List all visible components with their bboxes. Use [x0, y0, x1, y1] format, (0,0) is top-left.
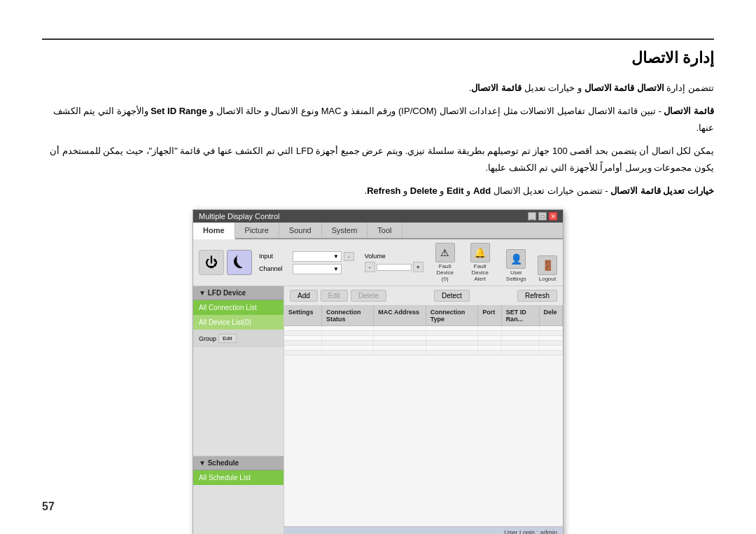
group-list-area [193, 347, 284, 452]
all-device-list-item[interactable]: All Device List(0) [193, 315, 284, 330]
page-number: 57 [42, 500, 55, 513]
th-settings: Settings [284, 306, 322, 325]
th-port: Port [478, 306, 501, 325]
app-window: Multiple Display Control _ □ ✕ Home Pict… [192, 209, 564, 534]
td-connection-status [322, 326, 374, 330]
toolbar-icon-group: ⚠ Fault Device(0) 🔔 Fault DeviceAlert 👤 … [430, 243, 557, 282]
user-login-text: User Login : admin [504, 529, 557, 534]
schedule-section-header[interactable]: ▼ Schedule [193, 456, 284, 470]
connection-list-text: قائمة الاتصال - تبين قائمة الاتصال تفاصي… [42, 103, 714, 136]
schedule-section: ▼ Schedule All Schedule List [193, 456, 284, 485]
table-row [284, 346, 563, 351]
top-border [42, 38, 714, 40]
fault-device-label: Fault Device(0) [430, 263, 460, 282]
volume-bar [377, 264, 412, 271]
input-select[interactable]: ▼ [293, 251, 342, 262]
table-row [284, 351, 563, 356]
input-label: Input [259, 253, 290, 260]
tab-sound[interactable]: Sound [279, 223, 322, 238]
close-button[interactable]: ✕ [549, 212, 557, 220]
tab-tool[interactable]: Tool [368, 223, 402, 238]
table-header: Settings Connection Status MAC Address C… [284, 306, 563, 326]
connection-list-label: All Connection List [199, 304, 257, 311]
volume-down-button[interactable]: - [365, 262, 375, 272]
content-area: إدارة الاتصال تتضمن إدارة الاتصال قائمة … [42, 49, 714, 534]
td-settings [284, 326, 322, 330]
td-delete [540, 326, 563, 330]
group-row: Group Edit [199, 332, 278, 344]
schedule-label: ▼ Schedule [199, 459, 239, 467]
nav-tabs: Home Picture Sound System Tool [193, 223, 563, 239]
user-settings-icon: 👤 [506, 249, 526, 269]
detect-button[interactable]: Detect [434, 290, 470, 302]
tab-home[interactable]: Home [193, 223, 235, 239]
toolbar-media-buttons: ⏻ ⏾ [199, 250, 252, 275]
group-edit-button[interactable]: Edit [218, 334, 237, 343]
paragraph2: يمكن لكل اتصال أن يتضمن بحد أقصى 100 جها… [42, 143, 714, 176]
table-row [284, 331, 563, 336]
main-area: ▼ LFD Device All Connection List All Dev… [193, 286, 563, 534]
toolbar-selects: Input ▼ - Channel ▼ [259, 251, 354, 274]
title-bar: Multiple Display Control _ □ ✕ [193, 210, 563, 223]
table-row [284, 326, 563, 331]
screenshot-wrapper: Multiple Display Control _ □ ✕ Home Pict… [42, 209, 714, 534]
logout-label: Logout [539, 276, 556, 282]
logout-icon: 🚪 [538, 255, 557, 275]
maximize-button[interactable]: □ [538, 212, 547, 220]
refresh-button[interactable]: Refresh [517, 290, 557, 302]
table-body [284, 326, 563, 526]
logout-icon-item[interactable]: 🚪 Logout [538, 255, 557, 282]
lfd-section-label: ▼ LFD Device [199, 289, 246, 297]
th-connection-type: Connection Type [426, 306, 478, 325]
channel-label: Channel [259, 265, 290, 272]
title-bar-buttons: _ □ ✕ [528, 212, 557, 220]
table-row [284, 341, 563, 346]
td-connection-type [426, 326, 478, 330]
content-panel: Add Edit Delete Detect Refresh Settings … [284, 286, 563, 534]
power-on-button[interactable]: ⏾ [227, 250, 252, 275]
fault-alert-icon: 🔔 [470, 243, 490, 262]
all-connection-list-item[interactable]: All Connection List [193, 300, 284, 315]
volume-controls: - + [365, 262, 424, 272]
action-bar: Add Edit Delete Detect Refresh [284, 286, 563, 306]
fault-alert-icon-item[interactable]: 🔔 Fault DeviceAlert [465, 243, 495, 282]
volume-label: Volume [365, 253, 424, 260]
th-set-id-range: SET ID Ran... [502, 306, 540, 325]
volume-section: Volume - + [365, 253, 424, 272]
page-container: إدارة الاتصال تتضمن إدارة الاتصال قائمة … [0, 0, 756, 534]
sidebar: ▼ LFD Device All Connection List All Dev… [193, 286, 284, 534]
power-off-button[interactable]: ⏻ [199, 250, 224, 275]
channel-select[interactable]: ▼ [293, 264, 342, 274]
schedule-list-label: All Schedule List [199, 474, 251, 482]
table-row [284, 336, 563, 341]
toolbar-area: ⏻ ⏾ Input ▼ - Channel ▼ [193, 239, 563, 286]
lfd-section-header[interactable]: ▼ LFD Device [193, 286, 284, 300]
td-port [478, 326, 501, 330]
fault-device-icon-item[interactable]: ⚠ Fault Device(0) [430, 243, 460, 282]
fault-alert-label: Fault DeviceAlert [465, 263, 495, 282]
status-bar: User Login : admin [284, 526, 563, 534]
apply-button[interactable]: - [344, 252, 354, 261]
device-list-label: All Device List(0) [199, 318, 251, 326]
tab-system[interactable]: System [322, 223, 368, 238]
edit-button[interactable]: Edit [321, 290, 348, 302]
th-mac-address: MAC Address [374, 306, 426, 325]
th-connection-status: Connection Status [322, 306, 374, 325]
fault-device-icon: ⚠ [435, 243, 455, 262]
all-schedule-list-item[interactable]: All Schedule List [193, 470, 284, 485]
group-section: Group Edit [193, 330, 284, 347]
user-settings-icon-item[interactable]: 👤 User Settings [500, 249, 532, 282]
edit-options-text: خيارات تعديل قائمة الاتصال - تتضمن خيارا… [42, 183, 714, 199]
td-set-id-range [502, 326, 540, 330]
td-mac-address [374, 326, 426, 330]
minimize-button[interactable]: _ [528, 212, 536, 220]
volume-up-button[interactable]: + [413, 262, 424, 272]
group-label: Group [199, 335, 216, 342]
add-button[interactable]: Add [290, 290, 318, 302]
page-title: إدارة الاتصال [42, 49, 714, 67]
tab-picture[interactable]: Picture [235, 223, 279, 238]
th-delete: Dele [540, 306, 563, 325]
delete-button[interactable]: Delete [351, 290, 386, 302]
user-settings-label: User Settings [500, 269, 532, 282]
app-title: Multiple Display Control [199, 212, 280, 220]
